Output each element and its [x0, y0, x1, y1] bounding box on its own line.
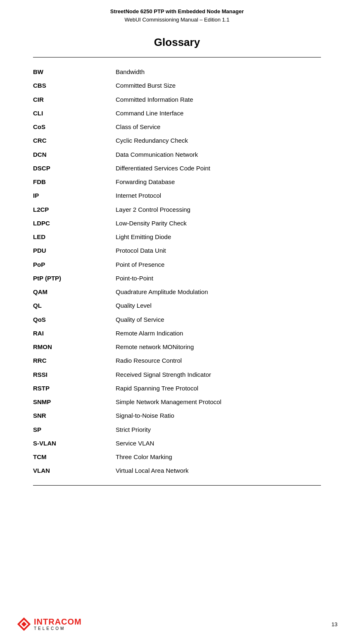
glossary-row: LDPCLow-Density Parity Check	[33, 216, 321, 230]
glossary-definition: Forwarding Database	[116, 175, 321, 189]
glossary-definition: Quality of Service	[116, 313, 321, 326]
glossary-row: BWBandwidth	[33, 65, 321, 79]
glossary-row: CRCCyclic Redundancy Check	[33, 134, 321, 147]
glossary-definition: Command Line Interface	[116, 106, 321, 120]
glossary-row: PtP (PTP)Point-to-Point	[33, 271, 321, 285]
glossary-row: VLANVirtual Local Area Network	[33, 464, 321, 477]
glossary-definition: Strict Priority	[116, 423, 321, 436]
glossary-row: QLQuality Level	[33, 299, 321, 312]
glossary-row: FDBForwarding Database	[33, 175, 321, 189]
glossary-definition: Cyclic Redundancy Check	[116, 134, 321, 147]
glossary-definition: Simple Network Management Protocol	[116, 395, 321, 409]
glossary-row: QoSQuality of Service	[33, 313, 321, 326]
glossary-abbr: IP	[33, 189, 116, 202]
glossary-row: S-VLANService VLAN	[33, 436, 321, 450]
glossary-definition: Virtual Local Area Network	[116, 464, 321, 477]
glossary-row: QAMQuadrature Amplitude Modulation	[33, 285, 321, 299]
glossary-abbr: CoS	[33, 120, 116, 134]
glossary-abbr: CRC	[33, 134, 116, 147]
glossary-row: RSSIReceived Signal Strength Indicator	[33, 368, 321, 381]
logo-sub: TELECOM	[34, 626, 82, 631]
glossary-abbr: DCN	[33, 148, 116, 161]
glossary-abbr: FDB	[33, 175, 116, 189]
glossary-definition: Received Signal Strength Indicator	[116, 368, 321, 381]
glossary-definition: Class of Service	[116, 120, 321, 134]
glossary-abbr: PDU	[33, 244, 116, 257]
glossary-definition: Differentiated Services Code Point	[116, 161, 321, 175]
glossary-row: TCMThree Color Marking	[33, 450, 321, 464]
glossary-row: CLICommand Line Interface	[33, 106, 321, 120]
glossary-row: L2CPLayer 2 Control Processing	[33, 203, 321, 216]
glossary-row: PDUProtocol Data Unit	[33, 244, 321, 257]
glossary-definition: Protocol Data Unit	[116, 244, 321, 257]
glossary-definition: Point-to-Point	[116, 271, 321, 285]
logo-area: INTRACOM TELECOM	[17, 617, 82, 632]
glossary-definition: Radio Resource Control	[116, 354, 321, 367]
glossary-row: CIRCommitted Information Rate	[33, 93, 321, 106]
glossary-definition: Committed Information Rate	[116, 93, 321, 106]
glossary-abbr: SNR	[33, 409, 116, 422]
glossary-definition: Point of Presence	[116, 258, 321, 271]
doc-title: StreetNode 6250 PTP with Embedded Node M…	[17, 7, 337, 16]
glossary-title: Glossary	[33, 36, 321, 49]
logo-text-block: INTRACOM TELECOM	[34, 618, 82, 631]
glossary-abbr: RMON	[33, 340, 116, 354]
glossary-row: CoSClass of Service	[33, 120, 321, 134]
glossary-definition: Remote Alarm Indication	[116, 326, 321, 340]
glossary-abbr: DSCP	[33, 161, 116, 175]
glossary-table: BWBandwidthCBSCommitted Burst SizeCIRCom…	[33, 65, 321, 478]
glossary-abbr: QL	[33, 299, 116, 312]
glossary-abbr: CLI	[33, 106, 116, 120]
glossary-abbr: PtP (PTP)	[33, 271, 116, 285]
glossary-abbr: RRC	[33, 354, 116, 367]
glossary-abbr: S-VLAN	[33, 436, 116, 450]
page-footer: INTRACOM TELECOM 13	[0, 617, 354, 632]
glossary-abbr: LED	[33, 230, 116, 244]
glossary-definition: Rapid Spanning Tree Protocol	[116, 381, 321, 395]
glossary-definition: Low-Density Parity Check	[116, 216, 321, 230]
logo-icon: INTRACOM TELECOM	[17, 617, 82, 632]
logo-brand: INTRACOM	[34, 618, 82, 626]
glossary-row: DSCPDifferentiated Services Code Point	[33, 161, 321, 175]
glossary-abbr: QAM	[33, 285, 116, 299]
glossary-row: RSTPRapid Spanning Tree Protocol	[33, 381, 321, 395]
logo-diamond-icon	[17, 617, 31, 632]
glossary-row: SNRSignal-to-Noise Ratio	[33, 409, 321, 422]
glossary-abbr: QoS	[33, 313, 116, 326]
glossary-definition: Quality Level	[116, 299, 321, 312]
top-rule	[33, 57, 321, 57]
glossary-abbr: PoP	[33, 258, 116, 271]
glossary-row: DCNData Communication Network	[33, 148, 321, 161]
glossary-definition: Signal-to-Noise Ratio	[116, 409, 321, 422]
glossary-definition: Internet Protocol	[116, 189, 321, 202]
glossary-row: IPInternet Protocol	[33, 189, 321, 202]
glossary-abbr: VLAN	[33, 464, 116, 477]
glossary-definition: Committed Burst Size	[116, 79, 321, 92]
glossary-abbr: SNMP	[33, 395, 116, 409]
glossary-row: LEDLight Emitting Diode	[33, 230, 321, 244]
page-header: StreetNode 6250 PTP with Embedded Node M…	[0, 0, 354, 28]
glossary-abbr: RSTP	[33, 381, 116, 395]
glossary-row: SNMPSimple Network Management Protocol	[33, 395, 321, 409]
bottom-rule	[33, 485, 321, 486]
glossary-definition: Remote network MONitoring	[116, 340, 321, 354]
glossary-row: SPStrict Priority	[33, 423, 321, 436]
glossary-row: CBSCommitted Burst Size	[33, 79, 321, 92]
doc-subtitle: WebUI Commissioning Manual – Edition 1.1	[17, 16, 337, 24]
glossary-definition: Layer 2 Control Processing	[116, 203, 321, 216]
glossary-row: PoPPoint of Presence	[33, 258, 321, 271]
glossary-abbr: SP	[33, 423, 116, 436]
glossary-abbr: BW	[33, 65, 116, 79]
page-number: 13	[332, 621, 337, 627]
glossary-row: RAIRemote Alarm Indication	[33, 326, 321, 340]
glossary-row: RMONRemote network MONitoring	[33, 340, 321, 354]
glossary-abbr: RSSI	[33, 368, 116, 381]
glossary-row: RRCRadio Resource Control	[33, 354, 321, 367]
glossary-abbr: CIR	[33, 93, 116, 106]
glossary-abbr: RAI	[33, 326, 116, 340]
glossary-definition: Bandwidth	[116, 65, 321, 79]
page-content: Glossary BWBandwidthCBSCommitted Burst S…	[0, 36, 354, 502]
glossary-abbr: TCM	[33, 450, 116, 464]
glossary-definition: Light Emitting Diode	[116, 230, 321, 244]
glossary-definition: Quadrature Amplitude Modulation	[116, 285, 321, 299]
